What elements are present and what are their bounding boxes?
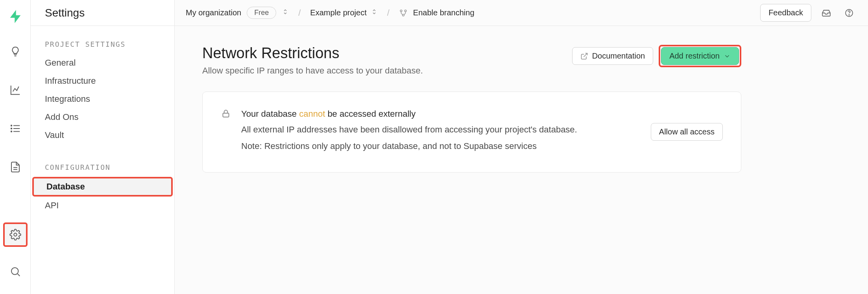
lock-icon <box>221 108 231 120</box>
headline-warn: cannot <box>299 109 325 119</box>
card-headline: Your database cannot be accessed externa… <box>241 108 641 120</box>
project-name: Example project <box>310 8 366 17</box>
sidebar-item-infrastructure[interactable]: Infrastructure <box>31 72 174 90</box>
sidebar-item-vault[interactable]: Vault <box>31 126 174 144</box>
sidebar-group-project-settings: PROJECT SETTINGS General Infrastructure … <box>31 26 174 149</box>
svg-point-3 <box>11 125 12 126</box>
documentation-button[interactable]: Documentation <box>572 47 654 65</box>
documentation-label: Documentation <box>592 51 645 61</box>
svg-line-10 <box>17 274 20 276</box>
org-selector[interactable]: My organization Free <box>186 7 289 19</box>
chevron-down-icon <box>724 53 731 60</box>
enable-branching-button[interactable]: Enable branching <box>399 8 475 17</box>
svg-point-11 <box>400 10 402 12</box>
settings-sidebar: Settings PROJECT SETTINGS General Infras… <box>31 0 175 294</box>
add-restriction-highlight: Add restriction <box>659 45 741 67</box>
svg-point-13 <box>403 14 404 16</box>
logs-icon[interactable] <box>3 116 28 141</box>
icon-rail <box>0 0 31 294</box>
svg-point-9 <box>11 268 18 275</box>
org-name: My organization <box>186 8 241 17</box>
restrictions-card: Your database cannot be accessed externa… <box>202 92 741 173</box>
headline-suffix: be accessed externally <box>325 109 416 119</box>
topbar: My organization Free / Example project /… <box>175 0 868 26</box>
branching-label: Enable branching <box>413 8 475 17</box>
sidebar-group-title: CONFIGURATION <box>31 160 174 177</box>
add-restriction-label: Add restriction <box>669 51 720 61</box>
reports-icon[interactable] <box>3 78 28 102</box>
sidebar-title: Settings <box>31 0 174 26</box>
sidebar-item-general[interactable]: General <box>31 54 174 72</box>
svg-point-8 <box>14 233 17 236</box>
external-link-icon <box>580 52 588 60</box>
card-body-line: All external IP addresses have been disa… <box>241 123 641 136</box>
sidebar-group-configuration: CONFIGURATION Database API <box>31 149 174 219</box>
branch-icon <box>399 9 408 17</box>
svg-point-15 <box>849 15 850 15</box>
card-body-note: Note: Restrictions only apply to your da… <box>241 140 641 153</box>
sidebar-item-api[interactable]: API <box>31 197 174 215</box>
logo[interactable] <box>7 9 23 24</box>
headline-prefix: Your database <box>241 109 299 119</box>
allow-all-access-button[interactable]: Allow all access <box>651 123 723 141</box>
sidebar-item-add-ons[interactable]: Add Ons <box>31 108 174 126</box>
feedback-label: Feedback <box>768 8 803 17</box>
settings-icon[interactable] <box>3 222 28 247</box>
breadcrumb-separator: / <box>296 8 303 18</box>
svg-rect-16 <box>223 113 229 117</box>
sidebar-item-integrations[interactable]: Integrations <box>31 90 174 108</box>
sidebar-item-database[interactable]: Database <box>32 177 173 197</box>
plan-badge: Free <box>247 7 276 19</box>
allow-all-label: Allow all access <box>659 127 715 136</box>
svg-point-12 <box>404 10 406 12</box>
section-header: Network Restrictions Allow specific IP r… <box>202 45 741 76</box>
hints-icon[interactable] <box>3 39 28 64</box>
docs-icon[interactable] <box>3 155 28 179</box>
svg-point-5 <box>11 131 12 132</box>
breadcrumb-separator: / <box>385 8 392 18</box>
project-selector[interactable]: Example project <box>310 8 377 17</box>
help-icon[interactable] <box>841 5 857 21</box>
feedback-button[interactable]: Feedback <box>760 4 811 22</box>
section-subtitle: Allow specific IP ranges to have access … <box>202 66 572 76</box>
chevron-up-down-icon <box>282 8 289 17</box>
search-icon[interactable] <box>3 259 28 284</box>
content: Network Restrictions Allow specific IP r… <box>175 26 868 191</box>
svg-point-4 <box>11 128 12 129</box>
sidebar-group-title: PROJECT SETTINGS <box>31 37 174 54</box>
add-restriction-button[interactable]: Add restriction <box>661 47 739 65</box>
inbox-icon[interactable] <box>818 5 834 21</box>
chevron-up-down-icon <box>371 8 378 17</box>
main: My organization Free / Example project /… <box>175 0 868 294</box>
section-title: Network Restrictions <box>202 45 572 62</box>
